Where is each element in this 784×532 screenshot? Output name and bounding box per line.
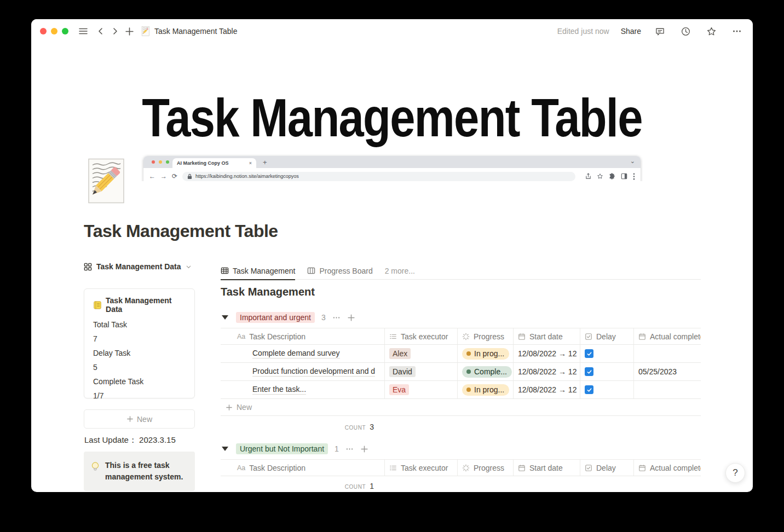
executor-cell[interactable]: Eva <box>385 381 458 398</box>
checked-checkbox[interactable] <box>585 385 593 394</box>
sidebar-menu-icon[interactable] <box>76 24 90 38</box>
stat-value: 5 <box>93 360 186 374</box>
list-property-icon <box>389 333 397 340</box>
calendar-icon <box>638 464 646 472</box>
plus-icon <box>126 415 134 423</box>
group-add-icon[interactable] <box>347 314 355 322</box>
comments-icon[interactable] <box>653 24 667 38</box>
table-header-row: Aa Task Description Task executor Progre… <box>221 459 701 476</box>
group-options-icon[interactable] <box>332 314 341 322</box>
group-options-icon[interactable] <box>345 445 354 453</box>
status-property-icon <box>462 333 470 340</box>
mockup-close-dot <box>152 160 155 164</box>
delay-cell[interactable] <box>580 381 634 398</box>
checked-checkbox[interactable] <box>585 349 593 358</box>
column-progress[interactable]: Progress <box>458 460 514 476</box>
count-calculation[interactable]: COUNT 3 <box>221 423 385 431</box>
mockup-tab-close-icon: × <box>249 160 252 166</box>
calculation-row: COUNT 3 <box>221 416 701 441</box>
column-task-executor[interactable]: Task executor <box>385 460 458 476</box>
favorite-star-icon[interactable] <box>704 24 718 38</box>
column-actual-complete[interactable]: Actual complete <box>634 328 701 344</box>
actual-complete-cell[interactable] <box>634 381 701 398</box>
summary-card[interactable]: Task Management Data Total Task 7 Delay … <box>84 288 195 398</box>
column-start-date[interactable]: Start date <box>514 328 580 344</box>
column-progress[interactable]: Progress <box>458 328 514 344</box>
close-window-button[interactable] <box>40 28 47 34</box>
tab-task-management[interactable]: Task Management <box>221 262 295 280</box>
task-title-cell[interactable]: Complete demand survey <box>221 345 385 362</box>
group-badge[interactable]: Important and urgent <box>236 312 315 323</box>
mockup-menu-dots-icon <box>633 173 635 180</box>
view-tabs: Task Management Progress Board 2 more... <box>221 262 701 280</box>
breadcrumb[interactable]: Task Management Table <box>141 26 238 36</box>
count-calculation[interactable]: COUNT 1 <box>221 482 385 490</box>
info-callout: This is a free task management system. <box>84 452 195 491</box>
person-tag: Eva <box>389 384 409 395</box>
delay-cell[interactable] <box>580 363 634 380</box>
sidebar-new-button[interactable]: New <box>84 409 195 429</box>
table-row: Product function development and d David… <box>221 363 701 381</box>
database-view-select[interactable]: Task Management Data <box>84 262 192 271</box>
page-title: Task Management Table <box>84 221 278 241</box>
status-dot <box>466 388 471 392</box>
history-icon[interactable] <box>678 24 693 38</box>
start-date-cell[interactable]: 12/08/2022 → 12 <box>514 363 580 380</box>
column-start-date[interactable]: Start date <box>514 460 580 476</box>
memo-page-icon <box>141 26 151 36</box>
mockup-max-dot <box>166 160 169 164</box>
progress-cell[interactable]: In prog... <box>458 381 514 398</box>
start-date-cell[interactable]: 12/08/2022 → 12 <box>514 345 580 362</box>
task-title-cell[interactable]: Enter the task... <box>221 381 385 398</box>
column-actual-complete[interactable]: Actual complete <box>634 460 701 476</box>
collapse-triangle-icon[interactable] <box>222 315 228 320</box>
callout-text: This is a free task management system. <box>105 460 187 483</box>
column-task-description[interactable]: Aa Task Description <box>221 460 385 476</box>
checked-checkbox[interactable] <box>585 367 593 376</box>
actual-complete-cell[interactable] <box>634 345 701 362</box>
minimize-window-button[interactable] <box>51 28 57 34</box>
ledger-icon <box>93 300 102 310</box>
forward-icon[interactable] <box>108 24 122 38</box>
table-row: Complete demand survey Alex In prog... 1… <box>221 345 701 363</box>
group-badge[interactable]: Urgent but Not Important <box>236 443 328 454</box>
progress-cell[interactable]: In prog... <box>458 345 514 362</box>
column-task-executor[interactable]: Task executor <box>385 328 458 344</box>
page-memo-icon[interactable] <box>88 158 126 204</box>
delay-cell[interactable] <box>580 345 634 362</box>
group-header-important-urgent: Important and urgent 3 <box>221 310 701 325</box>
text-property-icon: Aa <box>237 333 245 340</box>
column-task-description[interactable]: Aa Task Description <box>221 328 385 344</box>
share-button[interactable]: Share <box>621 27 641 36</box>
progress-cell[interactable]: Comple... <box>458 363 514 380</box>
start-date-cell[interactable]: 12/08/2022 → 12 <box>514 381 580 398</box>
collapse-triangle-icon[interactable] <box>222 447 228 451</box>
tab-progress-board[interactable]: Progress Board <box>307 262 372 280</box>
mockup-profile-icon <box>621 173 627 180</box>
back-icon[interactable] <box>94 24 108 38</box>
status-dot <box>466 369 471 374</box>
help-button[interactable]: ? <box>725 463 745 483</box>
status-dot <box>466 351 471 356</box>
status-pill: Comple... <box>462 366 512 378</box>
mockup-extensions-icon <box>609 173 615 180</box>
tab-more[interactable]: 2 more... <box>385 262 415 280</box>
executor-cell[interactable]: David <box>385 363 458 380</box>
add-row-button[interactable]: New <box>221 399 701 416</box>
mockup-share-icon <box>585 173 591 180</box>
view-select-label: Task Management Data <box>96 262 181 271</box>
traffic-lights <box>40 28 68 34</box>
actual-complete-cell[interactable]: 05/25/2023 <box>634 363 701 380</box>
executor-cell[interactable]: Alex <box>385 345 458 362</box>
mockup-back-icon: ← <box>149 173 155 180</box>
new-page-icon[interactable] <box>122 24 136 38</box>
more-options-icon[interactable] <box>730 24 744 38</box>
task-title-cell[interactable]: Product function development and d <box>221 363 385 380</box>
column-delay[interactable]: Delay <box>580 328 634 344</box>
column-delay[interactable]: Delay <box>580 460 634 476</box>
calendar-icon <box>638 333 646 340</box>
zoom-window-button[interactable] <box>62 28 68 34</box>
group-add-icon[interactable] <box>360 445 368 453</box>
stat-value: 7 <box>93 332 186 346</box>
calendar-icon <box>518 333 526 340</box>
